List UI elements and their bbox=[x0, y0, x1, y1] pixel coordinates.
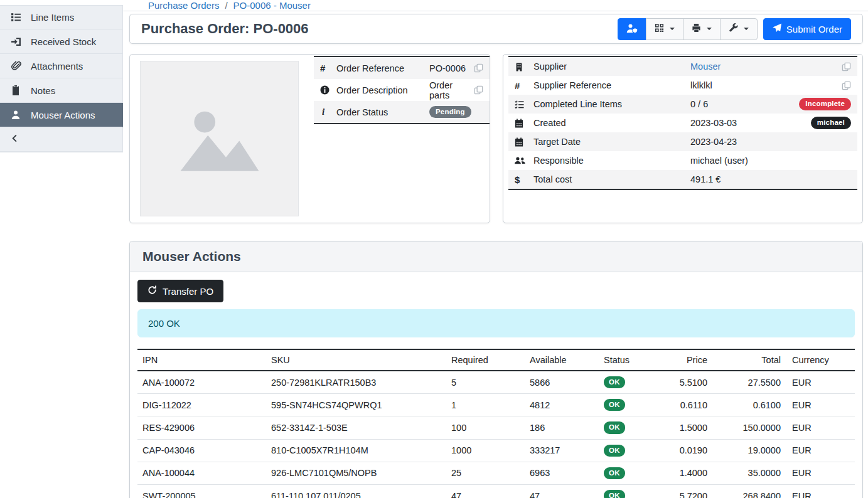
sidebar: Line Items Received Stock Attachments No… bbox=[0, 0, 123, 498]
cell-currency: EUR bbox=[781, 485, 855, 498]
sidebar-item-notes[interactable]: Notes bbox=[0, 78, 123, 103]
column-header-sku: SKU bbox=[266, 349, 446, 371]
detail-label: Created bbox=[533, 118, 690, 128]
detail-value: Order parts bbox=[429, 80, 474, 100]
mouser-actions-panel: Mouser Actions Transfer PO 200 OK bbox=[129, 241, 863, 498]
print-actions-button[interactable] bbox=[683, 18, 721, 40]
detail-row-total-cost: $ Total cost 491.1 € bbox=[508, 170, 857, 189]
cell-currency: EUR bbox=[781, 371, 855, 394]
sidebar-item-attachments[interactable]: Attachments bbox=[0, 54, 123, 78]
ok-badge: OK bbox=[604, 445, 625, 457]
detail-row-target-date: Target Date 2023-04-23 bbox=[508, 132, 857, 151]
line-items-table: IPN SKU Required Available Status Price … bbox=[137, 349, 855, 498]
cell-currency: EUR bbox=[781, 462, 855, 484]
detail-value: PO-0006 bbox=[429, 63, 474, 73]
mouser-actions-header: Mouser Actions bbox=[130, 241, 862, 272]
supplier-details-table: Supplier Mouser # Supplier Reference lkl… bbox=[508, 56, 857, 190]
cell-available: 47 bbox=[525, 485, 599, 498]
order-details-card: # Order Reference PO-0006 Order Descri bbox=[129, 54, 490, 223]
copy-icon[interactable] bbox=[474, 85, 483, 95]
chevron-down-icon bbox=[670, 28, 675, 30]
sidebar-collapse-button[interactable] bbox=[0, 127, 123, 152]
copy-icon[interactable] bbox=[474, 63, 483, 73]
order-header-panel: Purchase Order: PO-0006 bbox=[129, 14, 863, 44]
detail-label: Order Status bbox=[336, 107, 429, 117]
cell-currency: EUR bbox=[781, 394, 855, 416]
list-check-icon bbox=[515, 100, 533, 109]
supplier-link[interactable]: Mouser bbox=[690, 61, 721, 72]
detail-row-order-reference: # Order Reference PO-0006 bbox=[314, 57, 490, 79]
detail-label: Completed Line Items bbox=[533, 99, 690, 109]
cell-total: 27.5500 bbox=[707, 371, 781, 394]
copy-icon[interactable] bbox=[842, 81, 851, 90]
cell-ipn: ANA-100044 bbox=[137, 462, 266, 484]
chevron-down-icon bbox=[707, 28, 712, 30]
column-header-ipn: IPN bbox=[137, 349, 266, 371]
cell-total: 19.0000 bbox=[707, 439, 781, 462]
detail-label: Responsible bbox=[533, 156, 690, 166]
detail-value: lklklkl bbox=[690, 80, 842, 90]
sidebar-item-line-items[interactable]: Line Items bbox=[0, 5, 123, 29]
detail-value: 491.1 € bbox=[690, 174, 851, 184]
info-icon: i bbox=[320, 107, 336, 117]
cell-status: OK bbox=[599, 439, 663, 462]
cell-sku: 595-SN74HCS74QPWRQ1 bbox=[266, 394, 446, 416]
detail-label: Order Description bbox=[336, 85, 429, 95]
cell-status: OK bbox=[599, 462, 663, 484]
cell-status: OK bbox=[599, 394, 663, 416]
breadcrumb-current-link[interactable]: PO-0006 - Mouser bbox=[233, 0, 311, 11]
order-actions-button-group bbox=[618, 18, 758, 40]
detail-row-responsible: Responsible michael (user) bbox=[508, 151, 857, 170]
image-icon bbox=[173, 98, 267, 179]
supplier-details-card: Supplier Mouser # Supplier Reference lkl… bbox=[503, 54, 863, 223]
cell-required: 1 bbox=[446, 394, 525, 416]
cell-sku: 810-C1005X7R1H104M bbox=[266, 439, 446, 462]
detail-row-order-status: i Order Status Pending bbox=[314, 101, 490, 123]
table-row: CAP-043046 810-C1005X7R1H104M 1000 33321… bbox=[137, 439, 855, 462]
copy-icon[interactable] bbox=[842, 62, 851, 72]
cell-ipn: RES-429006 bbox=[137, 416, 266, 439]
cell-available: 333217 bbox=[525, 439, 599, 462]
detail-row-created: Created 2023-03-03 michael bbox=[508, 114, 857, 132]
breadcrumb-root-link[interactable]: Purchase Orders bbox=[148, 0, 219, 11]
detail-value: Pending bbox=[429, 106, 483, 118]
submit-order-label: Submit Order bbox=[786, 24, 842, 34]
cell-price: 5.7200 bbox=[663, 485, 707, 498]
cell-total: 150.0000 bbox=[707, 416, 781, 439]
breadcrumb-separator: / bbox=[225, 0, 227, 11]
cell-ipn: DIG-112022 bbox=[137, 394, 266, 416]
order-image-placeholder bbox=[140, 61, 299, 216]
ok-badge: OK bbox=[604, 490, 625, 498]
ok-badge: OK bbox=[604, 421, 625, 433]
sidebar-item-label: Line Items bbox=[31, 12, 74, 23]
breadcrumb: Purchase Orders / PO-0006 - Mouser bbox=[123, 0, 868, 11]
sidebar-item-received-stock[interactable]: Received Stock bbox=[0, 29, 123, 54]
column-header-currency: Currency bbox=[781, 349, 855, 371]
sidebar-item-mouser-actions[interactable]: Mouser Actions bbox=[0, 103, 123, 127]
main-content: Purchase Orders / PO-0006 - Mouser Purch… bbox=[123, 0, 868, 498]
detail-row-completed-line-items: Completed Line Items 0 / 6 Incomplete bbox=[508, 95, 857, 114]
cell-sku: 611-110.107.011/0205 bbox=[266, 485, 446, 498]
page-title: Purchase Order: PO-0006 bbox=[141, 21, 309, 37]
sidebar-item-label: Mouser Actions bbox=[31, 110, 95, 120]
building-icon bbox=[515, 62, 533, 72]
cell-required: 47 bbox=[446, 485, 525, 498]
sign-in-icon bbox=[10, 36, 21, 47]
user-icon bbox=[10, 110, 21, 120]
barcode-actions-button[interactable] bbox=[646, 18, 683, 40]
detail-row-supplier-reference: # Supplier Reference lklklkl bbox=[508, 76, 857, 95]
order-details-row: # Order Reference PO-0006 Order Descri bbox=[129, 54, 863, 223]
chevron-down-icon bbox=[744, 28, 749, 30]
cell-available: 4812 bbox=[525, 394, 599, 416]
app-window: Line Items Received Stock Attachments No… bbox=[0, 0, 868, 498]
clipboard-icon bbox=[10, 85, 21, 95]
detail-value: 0 / 6 bbox=[690, 99, 799, 109]
order-tools-button[interactable] bbox=[720, 18, 758, 40]
submit-order-button[interactable]: Submit Order bbox=[763, 18, 851, 40]
admin-button[interactable] bbox=[618, 18, 646, 40]
calendar-icon bbox=[515, 137, 533, 147]
cell-status: OK bbox=[599, 416, 663, 439]
cell-status: OK bbox=[599, 485, 663, 498]
detail-row-order-description: Order Description Order parts bbox=[314, 79, 490, 101]
transfer-po-button[interactable]: Transfer PO bbox=[137, 280, 223, 302]
